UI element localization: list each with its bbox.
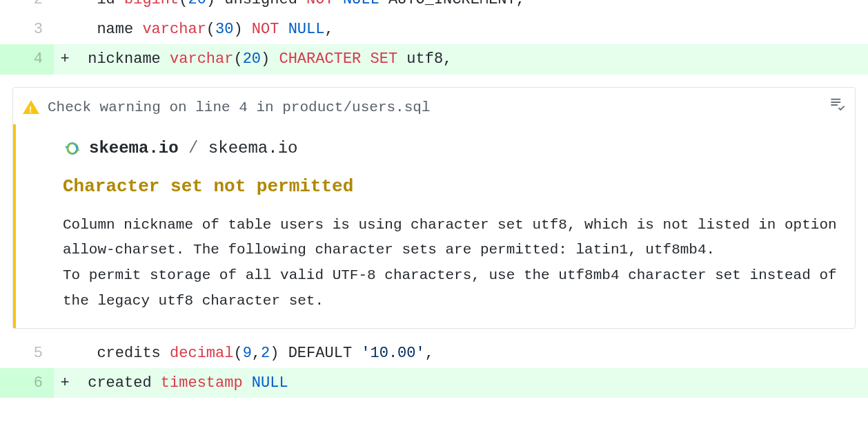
- diff-line: 3 name varchar(30) NOT NULL,: [0, 15, 868, 44]
- line-number[interactable]: 6: [0, 368, 54, 398]
- annotation-source-rest: skeema.io: [208, 139, 298, 157]
- annotation-title: Character set not permitted: [63, 173, 838, 213]
- annotation-source: skeema.io / skeema.io: [63, 128, 838, 173]
- line-number[interactable]: 2: [0, 0, 54, 15]
- diff-view: 2 id bigint(20) unsigned NOT NULL AUTO_I…: [0, 0, 868, 398]
- diff-line: 4+ nickname varchar(20) CHARACTER SET ut…: [0, 44, 868, 74]
- annotation-source-name: skeema.io: [89, 139, 179, 157]
- diff-marker: +: [54, 44, 76, 74]
- diff-marker: [54, 338, 76, 368]
- diff-marker: [54, 15, 76, 44]
- annotation-body: skeema.io / skeema.io Character set not …: [13, 124, 855, 328]
- line-number[interactable]: 5: [0, 338, 54, 368]
- diff-line: 6+ created timestamp NULL: [0, 368, 868, 398]
- kebab-check-icon[interactable]: [830, 96, 845, 120]
- annotation-row: Check warning on line 4 in product/users…: [0, 75, 868, 329]
- code-content: created timestamp NULL: [76, 368, 868, 398]
- code-content: credits decimal(9,2) DEFAULT '10.00',: [76, 338, 868, 368]
- line-number[interactable]: 4: [0, 44, 54, 74]
- refresh-icon: [63, 139, 82, 158]
- diff-marker: +: [54, 368, 76, 398]
- diff-line: 5 credits decimal(9,2) DEFAULT '10.00',: [0, 338, 868, 368]
- diff-marker: [54, 0, 76, 15]
- warning-icon: [23, 100, 39, 114]
- line-number[interactable]: 3: [0, 15, 54, 44]
- diff-line: 2 id bigint(20) unsigned NOT NULL AUTO_I…: [0, 0, 868, 15]
- annotation-header-text: Check warning on line 4 in product/users…: [48, 96, 822, 119]
- annotation-card: Check warning on line 4 in product/users…: [12, 87, 856, 329]
- annotation-header: Check warning on line 4 in product/users…: [13, 88, 855, 124]
- annotation-source-sep: /: [179, 139, 208, 157]
- code-content: id bigint(20) unsigned NOT NULL AUTO_INC…: [76, 0, 868, 15]
- code-content: nickname varchar(20) CHARACTER SET utf8,: [76, 44, 868, 74]
- annotation-message: Column nickname of table users is using …: [63, 213, 838, 314]
- code-content: name varchar(30) NOT NULL,: [76, 15, 868, 44]
